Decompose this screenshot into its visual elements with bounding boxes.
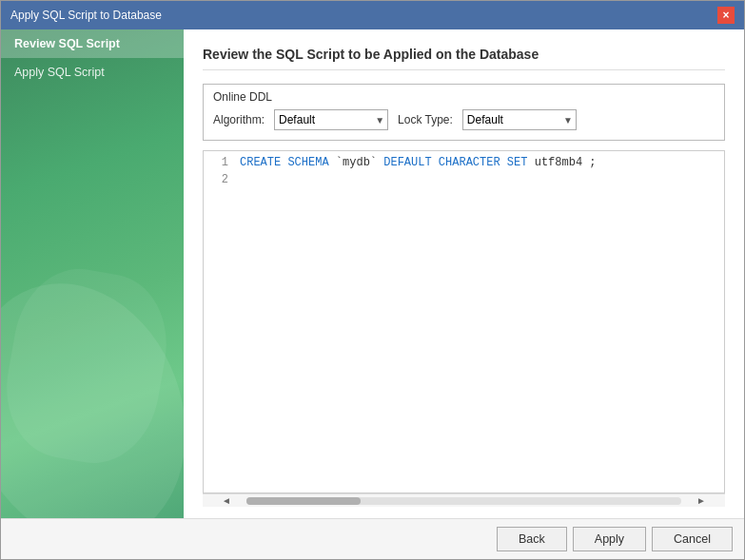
scroll-left-icon[interactable]: ◄ bbox=[222, 495, 231, 506]
online-ddl-group: Online DDL Algorithm: Default INPLACE CO… bbox=[203, 84, 725, 141]
title-bar: Apply SQL Script to Database × bbox=[1, 1, 744, 29]
table-row: 1 CREATE SCHEMA `mydb` DEFAULT CHARACTER… bbox=[204, 155, 724, 172]
sql-editor[interactable]: 1 CREATE SCHEMA `mydb` DEFAULT CHARACTER… bbox=[203, 150, 725, 493]
dialog-title: Apply SQL Script to Database bbox=[10, 9, 162, 22]
close-button[interactable]: × bbox=[717, 7, 735, 24]
lock-type-select[interactable]: Default NONE SHARED EXCLUSIVE bbox=[462, 109, 577, 130]
online-ddl-legend: Online DDL bbox=[213, 90, 715, 104]
line-number-1: 1 bbox=[204, 155, 236, 170]
line-content-2 bbox=[236, 172, 244, 174]
dialog-footer: Back Apply Cancel bbox=[1, 518, 744, 559]
lock-type-label: Lock Type: bbox=[398, 113, 453, 126]
line-content-1: CREATE SCHEMA `mydb` DEFAULT CHARACTER S… bbox=[236, 155, 600, 170]
lock-type-select-wrapper: Default NONE SHARED EXCLUSIVE ▼ bbox=[462, 109, 577, 130]
apply-button[interactable]: Apply bbox=[573, 527, 646, 551]
sidebar: Review SQL Script Apply SQL Script bbox=[1, 29, 184, 518]
algorithm-select-wrapper: Default INPLACE COPY ▼ bbox=[274, 109, 388, 130]
main-content: Review the SQL Script to be Applied on t… bbox=[184, 29, 744, 518]
dialog: Apply SQL Script to Database × Review SQ… bbox=[0, 0, 745, 560]
scrollbar-area: ◄ ► bbox=[203, 493, 725, 507]
algorithm-select[interactable]: Default INPLACE COPY bbox=[274, 109, 388, 130]
table-row: 2 bbox=[204, 172, 724, 189]
line-number-2: 2 bbox=[204, 172, 236, 187]
scroll-right-icon[interactable]: ► bbox=[696, 495, 706, 506]
sidebar-item-review-sql-script[interactable]: Review SQL Script bbox=[1, 29, 184, 58]
ddl-row: Algorithm: Default INPLACE COPY ▼ Lock T… bbox=[213, 109, 715, 130]
scroll-track[interactable] bbox=[246, 497, 681, 505]
sidebar-item-apply-sql-script[interactable]: Apply SQL Script bbox=[1, 58, 184, 87]
scroll-thumb[interactable] bbox=[246, 497, 361, 505]
dialog-body: Review SQL Script Apply SQL Script Revie… bbox=[1, 29, 744, 518]
page-title: Review the SQL Script to be Applied on t… bbox=[203, 47, 725, 70]
algorithm-label: Algorithm: bbox=[213, 113, 265, 126]
back-button[interactable]: Back bbox=[497, 527, 567, 551]
cancel-button[interactable]: Cancel bbox=[652, 527, 733, 551]
